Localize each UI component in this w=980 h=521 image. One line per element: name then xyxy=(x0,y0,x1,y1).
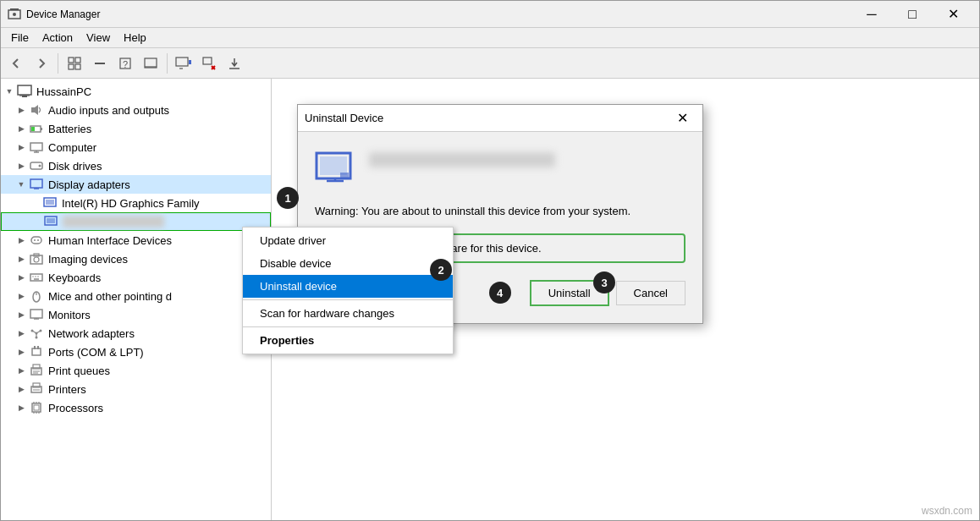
ctx-uninstall[interactable]: Uninstall device xyxy=(243,275,453,298)
window-controls: ─ □ ✕ xyxy=(852,2,972,27)
svg-point-31 xyxy=(39,165,41,167)
minimize-button[interactable]: ─ xyxy=(852,2,891,27)
mice-expand-icon: ▶ xyxy=(14,287,28,305)
computer-icon xyxy=(16,83,33,100)
toolbar-help[interactable]: ? xyxy=(113,52,137,75)
tree-printers[interactable]: ▶ Printers xyxy=(1,380,271,398)
disk-expand-icon: ▶ xyxy=(14,156,28,175)
tree-processors[interactable]: ▶ Processors xyxy=(1,398,271,417)
tree-disk-label: Disk drives xyxy=(48,160,102,173)
network-icon xyxy=(28,325,45,342)
tree-batteries[interactable]: ▶ Batteries xyxy=(1,119,271,138)
ctx-disable[interactable]: Disable device xyxy=(243,252,453,275)
tree-imaging[interactable]: ▶ Imaging devices xyxy=(1,250,271,268)
svg-point-41 xyxy=(37,239,39,241)
maximize-button[interactable]: □ xyxy=(893,2,932,27)
dialog-close-button[interactable]: ✕ xyxy=(669,106,696,131)
tree-computer-label: Computer xyxy=(48,141,96,154)
toolbar-remove[interactable] xyxy=(197,52,221,75)
svg-rect-38 xyxy=(47,218,55,223)
computer-expand-icon: ▶ xyxy=(14,138,28,156)
dialog-warning-text: Warning: You are about to uninstall this… xyxy=(315,203,685,220)
tree-intel[interactable]: Intel(R) HD Graphics Family xyxy=(1,194,271,212)
display2-icon xyxy=(42,213,59,230)
tree-printqueues[interactable]: ▶ Print queues xyxy=(1,361,271,380)
hid-expand-icon: ▶ xyxy=(14,231,28,250)
svg-rect-4 xyxy=(75,58,80,63)
svg-line-60 xyxy=(36,331,41,333)
tree-root[interactable]: ▼ HussainPC xyxy=(1,82,271,101)
tree-keyboards[interactable]: ▶ Keyboards xyxy=(1,268,271,287)
svg-point-40 xyxy=(34,239,36,241)
toolbar-console[interactable] xyxy=(139,52,162,75)
tree-monitors[interactable]: ▶ Monitors xyxy=(1,305,271,324)
root-expand-icon: ▼ xyxy=(3,82,16,101)
main-content: ▼ HussainPC ▶ xyxy=(1,79,979,520)
tree-computer[interactable]: ▶ Computer xyxy=(1,138,271,156)
tree-display[interactable]: ▼ Display adapters xyxy=(1,175,271,194)
step-badge-2: 2 xyxy=(430,259,452,281)
toolbar-forward[interactable] xyxy=(30,52,53,75)
ctx-sep2 xyxy=(243,326,453,327)
window-title: Device Manager xyxy=(26,8,852,20)
tree-disk[interactable]: ▶ Disk drives xyxy=(1,156,271,175)
svg-rect-12 xyxy=(176,58,188,66)
tree-hid[interactable]: ▶ Human Interface Devices xyxy=(1,231,271,250)
title-bar: Device Manager ─ □ ✕ xyxy=(1,1,979,28)
tree-audio[interactable]: ▶ Audio inputs and outputs xyxy=(1,101,271,119)
step-badge-3: 3 xyxy=(593,271,615,293)
ctx-properties[interactable]: Properties xyxy=(243,329,453,352)
tree-intel-label: Intel(R) HD Graphics Family xyxy=(62,197,200,210)
toolbar-monitor[interactable] xyxy=(172,52,195,75)
menu-help[interactable]: Help xyxy=(117,30,153,46)
display-expand-icon: ▼ xyxy=(14,175,28,194)
ctx-update[interactable]: Update driver xyxy=(243,229,453,252)
menu-view[interactable]: View xyxy=(80,30,117,46)
menu-action[interactable]: Action xyxy=(36,30,80,46)
svg-rect-10 xyxy=(145,58,157,68)
imaging-expand-icon: ▶ xyxy=(14,250,28,268)
batteries-icon xyxy=(28,120,45,137)
dialog-title: Uninstall Device xyxy=(305,112,669,124)
tree-audio-label: Audio inputs and outputs xyxy=(48,104,169,117)
svg-rect-52 xyxy=(30,310,42,318)
svg-rect-32 xyxy=(30,179,42,188)
device-tree[interactable]: ▼ HussainPC ▶ xyxy=(1,79,272,520)
hid-icon xyxy=(28,232,45,249)
tree-ports[interactable]: ▶ Ports (COM & LPT) xyxy=(1,343,271,361)
tree-monitors-label: Monitors xyxy=(48,309,91,321)
computer-icon2 xyxy=(28,139,45,156)
processors-expand-icon: ▶ xyxy=(14,398,28,417)
context-menu: Update driver Disable device Uninstall d… xyxy=(242,227,454,354)
tree-mice[interactable]: ▶ Mice and other pointing d xyxy=(1,287,271,305)
menu-file[interactable]: File xyxy=(4,30,36,46)
svg-line-59 xyxy=(32,331,36,333)
dialog-titlebar: Uninstall Device ✕ xyxy=(298,105,702,132)
tree-processors-label: Processors xyxy=(48,402,103,414)
keyboards-expand-icon: ▶ xyxy=(14,268,28,287)
svg-point-2 xyxy=(13,13,16,16)
ctx-scan[interactable]: Scan for hardware changes xyxy=(243,302,453,325)
tree-root-label: HussainPC xyxy=(36,85,91,98)
ports-icon xyxy=(28,343,45,360)
toolbar-back[interactable] xyxy=(4,52,28,75)
printqueues-icon xyxy=(28,362,45,379)
svg-rect-26 xyxy=(31,127,35,131)
svg-rect-39 xyxy=(31,237,41,244)
svg-rect-15 xyxy=(203,58,212,64)
toolbar-download[interactable] xyxy=(223,52,246,75)
close-button[interactable]: ✕ xyxy=(933,2,972,27)
tree-network-label: Network adapters xyxy=(48,327,135,340)
watermark: wsxdn.com xyxy=(922,505,972,517)
toolbar-collapse[interactable] xyxy=(88,52,112,75)
ctx-sep xyxy=(243,299,453,300)
svg-rect-13 xyxy=(189,60,191,64)
display2-expand-icon xyxy=(29,212,42,231)
toolbar-expand[interactable] xyxy=(63,52,86,75)
tree-display2[interactable] xyxy=(1,212,271,231)
imaging-icon xyxy=(28,250,45,267)
printers-expand-icon: ▶ xyxy=(14,380,28,398)
svg-rect-6 xyxy=(75,64,80,69)
cancel-button[interactable]: Cancel xyxy=(616,281,685,305)
tree-network[interactable]: ▶ Network adapters xyxy=(1,324,271,343)
